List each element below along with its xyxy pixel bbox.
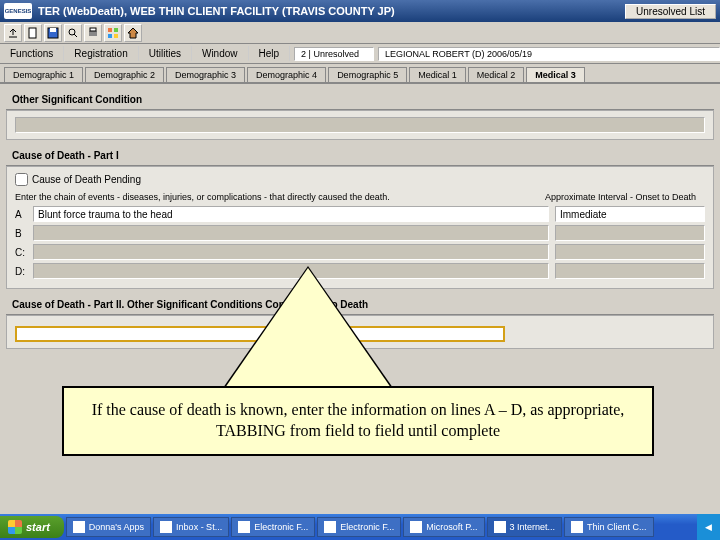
menu-help[interactable]: Help <box>249 46 291 61</box>
save-icon[interactable] <box>44 24 62 42</box>
icon-toolbar <box>0 22 720 44</box>
grid-icon[interactable] <box>104 24 122 42</box>
cause-pending-label: Cause of Death Pending <box>32 174 141 185</box>
svg-rect-5 <box>90 28 96 31</box>
cause-pending-checkbox[interactable] <box>15 173 28 186</box>
doc-icon <box>324 521 336 533</box>
home-icon[interactable] <box>124 24 142 42</box>
line-a-interval[interactable] <box>555 206 705 222</box>
line-d-label: D: <box>15 266 33 277</box>
line-a-field[interactable] <box>33 206 549 222</box>
line-c-interval[interactable] <box>555 244 705 260</box>
menubar: Functions Registration Utilities Window … <box>0 44 720 64</box>
out-icon[interactable] <box>4 24 22 42</box>
taskbar: start Donna's Apps Inbox - St... Electro… <box>0 514 720 540</box>
taskbar-item-0[interactable]: Donna's Apps <box>66 517 151 537</box>
menu-functions[interactable]: Functions <box>0 46 64 61</box>
svg-rect-4 <box>89 31 97 36</box>
tab-demographic-1[interactable]: Demographic 1 <box>4 67 83 82</box>
folder-icon <box>73 521 85 533</box>
line-b-interval[interactable] <box>555 225 705 241</box>
window-title: TER (WebDeath), WEB THIN CLIENT FACILITY… <box>38 5 621 17</box>
ie-icon <box>494 521 506 533</box>
line-d-interval[interactable] <box>555 263 705 279</box>
recent-record-dropdown[interactable]: LEGIONAL ROBERT (D) 2006/05/19 <box>378 47 720 61</box>
osc-field[interactable] <box>15 117 705 133</box>
svg-rect-0 <box>29 28 36 38</box>
app-icon <box>571 521 583 533</box>
tab-demographic-3[interactable]: Demographic 3 <box>166 67 245 82</box>
osc-header: Other Significant Condition <box>6 90 714 110</box>
menu-utilities[interactable]: Utilities <box>139 46 192 61</box>
print-icon[interactable] <box>84 24 102 42</box>
status-dropdown[interactable]: 2 | Unresolved <box>294 47 374 61</box>
svg-rect-7 <box>114 28 118 32</box>
new-doc-icon[interactable] <box>24 24 42 42</box>
taskbar-item-5[interactable]: 3 Internet... <box>487 517 563 537</box>
titlebar: GENESIS TER (WebDeath), WEB THIN CLIENT … <box>0 0 720 22</box>
ppt-icon <box>410 521 422 533</box>
windows-logo-icon <box>8 520 22 534</box>
tab-medical-2[interactable]: Medical 2 <box>468 67 525 82</box>
part1-instructions: Enter the chain of events - diseases, in… <box>15 192 545 202</box>
tab-demographic-4[interactable]: Demographic 4 <box>247 67 326 82</box>
menu-window[interactable]: Window <box>192 46 249 61</box>
tab-row: Demographic 1 Demographic 2 Demographic … <box>0 64 720 84</box>
tab-medical-3[interactable]: Medical 3 <box>526 67 585 82</box>
svg-rect-9 <box>114 34 118 38</box>
tab-demographic-5[interactable]: Demographic 5 <box>328 67 407 82</box>
line-c-field[interactable] <box>33 244 549 260</box>
part1-header: Cause of Death - Part I <box>6 146 714 166</box>
annotation-pointer <box>218 268 398 398</box>
taskbar-item-3[interactable]: Electronic F... <box>317 517 401 537</box>
svg-rect-8 <box>108 34 112 38</box>
tab-medical-1[interactable]: Medical 1 <box>409 67 466 82</box>
system-tray[interactable]: ◀ <box>697 514 720 540</box>
tab-demographic-2[interactable]: Demographic 2 <box>85 67 164 82</box>
svg-rect-6 <box>108 28 112 32</box>
mail-icon <box>160 521 172 533</box>
taskbar-item-2[interactable]: Electronic F... <box>231 517 315 537</box>
line-c-label: C: <box>15 247 33 258</box>
taskbar-item-6[interactable]: Thin Client C... <box>564 517 654 537</box>
line-a-label: A <box>15 209 33 220</box>
app-logo: GENESIS <box>4 3 32 19</box>
taskbar-item-1[interactable]: Inbox - St... <box>153 517 229 537</box>
annotation-callout: If the cause of death is known, enter th… <box>62 386 654 456</box>
taskbar-item-4[interactable]: Microsoft P... <box>403 517 484 537</box>
line-b-label: B <box>15 228 33 239</box>
svg-rect-2 <box>50 28 56 32</box>
section-other-significant-condition: Other Significant Condition <box>6 90 714 140</box>
menu-registration[interactable]: Registration <box>64 46 138 61</box>
search-icon[interactable] <box>64 24 82 42</box>
interval-column-header: Approximate Interval - Onset to Death <box>545 192 705 202</box>
start-button[interactable]: start <box>0 516 64 538</box>
doc-icon <box>238 521 250 533</box>
unresolved-list-button[interactable]: Unresolved List <box>625 4 716 19</box>
line-b-field[interactable] <box>33 225 549 241</box>
